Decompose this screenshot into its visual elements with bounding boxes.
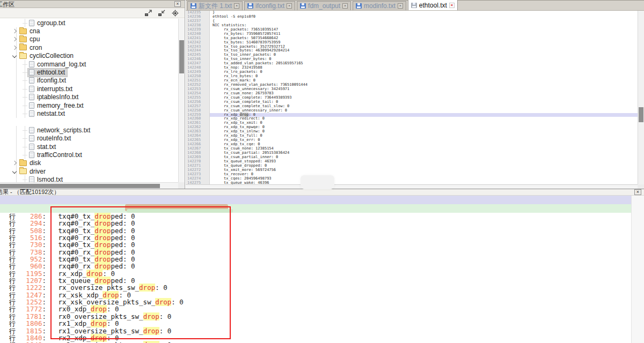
result-row[interactable]: 行286: txq#0_tx_dropped: 0 bbox=[0, 213, 631, 220]
tree-folder-cpu[interactable]: cpu bbox=[0, 35, 178, 43]
file-icon bbox=[29, 69, 34, 76]
result-row[interactable]: 行1781: rx0_oversize_pkts_sw_drop: 0 bbox=[0, 313, 631, 320]
result-line-number: 1815 bbox=[26, 327, 42, 334]
result-text: rx_xsk_xdp_drop: 0 bbox=[46, 292, 131, 299]
result-text: rx_oversize_pkts_sw_drop: 0 bbox=[46, 284, 167, 291]
scrollbar-corner bbox=[178, 182, 185, 189]
results-close-icon[interactable]: × bbox=[634, 189, 641, 195]
tree-item-label: stat.txt bbox=[37, 143, 56, 151]
match-highlight: drop bbox=[155, 298, 171, 306]
tree-file-netstat-txt[interactable]: netstat.txt bbox=[0, 109, 178, 117]
tree-file-ifconfig-txt[interactable]: ifconfig.txt bbox=[0, 77, 178, 85]
code-area[interactable]: 142235}142236ethtool -S enp1s0f0142237{1… bbox=[186, 11, 638, 184]
line-text: rx_xdp_tx_mpwqe: 0 bbox=[210, 125, 638, 130]
editor-tab[interactable]: fdm_output× bbox=[297, 1, 351, 10]
tree-file-stat-txt[interactable]: stat.txt bbox=[0, 143, 178, 151]
app-window: 工作区 × cgroup.txtcnacpucroncyclicCollecti… bbox=[0, 0, 644, 343]
tree-file-trafficcontrol-txt[interactable]: trafficControl.txt bbox=[0, 151, 178, 159]
results-scrollbar-track[interactable] bbox=[631, 196, 644, 343]
editor-tab[interactable]: ethtool.txt× bbox=[408, 0, 458, 10]
result-row[interactable]: 行516: rxq#0_rx_dropped: 0 bbox=[0, 234, 631, 241]
match-highlight: drop bbox=[143, 327, 159, 335]
workspace-close-icon[interactable]: × bbox=[174, 1, 181, 7]
tree-file-iptablesinfo-txt[interactable]: iptablesInfo.txt bbox=[0, 93, 178, 101]
tree-item-label: iptablesInfo.txt bbox=[37, 93, 78, 101]
result-row[interactable]: 行1207: tx_queue_dropped: 0 bbox=[0, 277, 631, 284]
result-text: rx_xsk_oversize_pkts_sw_drop: 0 bbox=[46, 299, 184, 305]
result-line-number: 1247 bbox=[26, 292, 42, 299]
scrollbar-thumb[interactable] bbox=[639, 107, 643, 122]
editor-tab[interactable]: 新文件 1.txt× bbox=[187, 1, 243, 10]
line-text: tx_cqes: 204596498793 bbox=[210, 177, 638, 181]
workspace-tree[interactable]: cgroup.txtcnacpucroncyclicCollectioncomm… bbox=[0, 19, 178, 182]
line-text: tx_recover: 0 bbox=[210, 173, 638, 177]
tree-file-network-scripts-txt[interactable]: network_scripts.txt bbox=[0, 126, 178, 134]
results-titlebar: 结果 - （匹配10192次） × bbox=[0, 189, 644, 196]
result-row[interactable]: 行952: txq#0_tx_dropped: 0 bbox=[0, 256, 631, 263]
result-row[interactable]: 行1247: rx_xsk_xdp_drop: 0 bbox=[0, 292, 631, 299]
file-icon bbox=[29, 110, 34, 117]
result-row[interactable]: 行1772: rx0_xdp_drop: 0 bbox=[0, 305, 631, 312]
search-summary-line[interactable]: 搜索 "drop" （1个文件中匹配到10192次，总计次） bbox=[0, 196, 644, 204]
result-row[interactable]: 行738: rxq#0_rx_dropped: 0 bbox=[0, 249, 631, 256]
locate-file-icon[interactable] bbox=[171, 10, 179, 17]
result-row[interactable]: 行1806: rx1_xdp_drop: 0 bbox=[0, 320, 631, 327]
tree-folder-cycliccollection[interactable]: cyclicCollection bbox=[0, 52, 178, 60]
tree-folder-driver[interactable]: driver bbox=[0, 167, 178, 175]
result-line-number: 1222 bbox=[26, 284, 42, 291]
close-icon[interactable]: × bbox=[234, 3, 239, 9]
tree-folder-cron[interactable]: cron bbox=[0, 43, 178, 51]
result-row[interactable]: 行294: rxq#0_rx_dropped: 0 bbox=[0, 220, 631, 227]
close-icon[interactable]: × bbox=[398, 3, 403, 9]
tree-item-label: network_scripts.txt bbox=[37, 126, 90, 134]
tree-file-memory-free-txt[interactable]: memory_free.txt bbox=[0, 101, 178, 109]
match-highlight: drop bbox=[143, 312, 159, 320]
row-prefix: 行 bbox=[0, 220, 26, 227]
result-row[interactable]: 行960: rxq#0_rx_dropped: 0 bbox=[0, 263, 631, 270]
chevron-icon bbox=[12, 53, 17, 58]
tree-file-ethtool-txt[interactable]: ethtool.txt bbox=[0, 68, 178, 76]
tree-file-command-log-txt[interactable]: command_log.txt bbox=[0, 60, 178, 68]
editor-panel: 新文件 1.txt×ifconfig.txt×fdm_output×modinf… bbox=[186, 0, 644, 189]
row-prefix: 行 bbox=[0, 263, 26, 270]
result-text: rx1_xdp_drop: 0 bbox=[46, 320, 119, 327]
result-row[interactable]: 行730: txq#0_tx_dropped: 0 bbox=[0, 241, 631, 248]
tab-label: fdm_output bbox=[308, 2, 340, 10]
tree-file-interrupts-txt[interactable]: interrupts.txt bbox=[0, 85, 178, 93]
result-row[interactable]: 行508: txq#0_tx_dropped: 0 bbox=[0, 227, 631, 234]
tree-vertical-scrollbar[interactable] bbox=[178, 19, 185, 182]
tab-label: ifconfig.txt bbox=[255, 2, 284, 10]
match-highlight: drop bbox=[143, 341, 159, 343]
search-file-path-line[interactable]: E:\日志\armod0523.odata.ncmp.unicom.locaar… bbox=[0, 204, 644, 213]
result-row[interactable]: 行1195: rx_xdp_drop: 0 bbox=[0, 270, 631, 277]
file-icon bbox=[29, 152, 34, 158]
editor-tab[interactable]: modinfo.txt× bbox=[353, 1, 406, 10]
tree-item-label: netstat.txt bbox=[37, 110, 65, 117]
editor-tab[interactable]: ifconfig.txt× bbox=[244, 1, 295, 10]
row-prefix: 行 bbox=[0, 249, 26, 256]
result-row[interactable]: 行1840: rx2_xdp_drop: 0 bbox=[0, 334, 631, 341]
editor-vertical-scrollbar[interactable] bbox=[638, 11, 644, 184]
tree-file-routeinfo-txt[interactable]: routeInfo.txt bbox=[0, 134, 178, 142]
result-row[interactable]: 行1222: rx_oversize_pkts_sw_drop: 0 bbox=[0, 284, 631, 291]
tree-folder-cna[interactable]: cna bbox=[0, 27, 178, 35]
result-row[interactable]: 行1252: rx_xsk_oversize_pkts_sw_drop: 0 bbox=[0, 299, 631, 305]
editor-horizontal-scrollbar[interactable] bbox=[186, 184, 638, 189]
tree-folder-disk[interactable]: disk bbox=[0, 159, 178, 167]
tree-horizontal-scrollbar[interactable] bbox=[0, 182, 178, 189]
line-text: rx_lro_packets: 0 bbox=[210, 70, 638, 74]
scrollbar-thumb[interactable] bbox=[0, 184, 160, 188]
result-rows[interactable]: 行286: txq#0_tx_dropped: 0行294: rxq#0_rx_… bbox=[0, 213, 631, 343]
tree-file-lsmod-txt[interactable]: lsmod.txt bbox=[0, 175, 178, 182]
expand-all-icon[interactable] bbox=[144, 10, 152, 17]
close-icon[interactable]: × bbox=[287, 3, 292, 9]
row-prefix: 行 bbox=[0, 292, 26, 299]
result-row[interactable]: 行1815: rx1_oversize_pkts_sw_drop: 0 bbox=[0, 327, 631, 334]
close-icon[interactable]: × bbox=[342, 3, 348, 9]
file-icon bbox=[29, 127, 34, 133]
collapse-all-icon[interactable] bbox=[158, 10, 166, 17]
tree-file-cgroup-txt[interactable]: cgroup.txt bbox=[0, 19, 178, 27]
close-icon[interactable]: × bbox=[449, 3, 455, 8]
scrollbar-thumb[interactable] bbox=[179, 40, 184, 73]
result-line-number: 1781 bbox=[26, 313, 42, 320]
